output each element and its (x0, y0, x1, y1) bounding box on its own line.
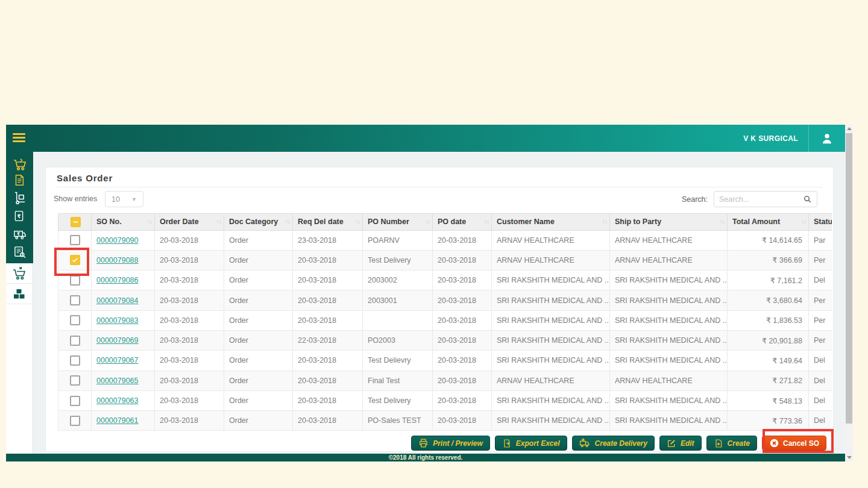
po-date-cell: 20-03-2018 (433, 330, 492, 350)
column-header-status[interactable]: Status↑↓ (809, 214, 832, 231)
user-profile-icon[interactable] (820, 132, 834, 145)
so-number-link[interactable]: 0000079069 (96, 336, 139, 345)
so-number-link[interactable]: 0000079086 (96, 276, 139, 284)
column-header-po_number[interactable]: PO Number↑↓ (363, 214, 433, 231)
so-number-link[interactable]: 0000079090 (96, 236, 139, 245)
hamburger-menu-icon[interactable] (13, 133, 25, 144)
select-all-checkbox[interactable] (71, 217, 81, 227)
sidebar-item-invoice[interactable] (13, 174, 27, 188)
so-number-link[interactable]: 0000079088 (96, 256, 139, 264)
sidebar-item-rupee-document[interactable]: ₹ (13, 210, 27, 224)
sort-icon[interactable]: ↑↓ (147, 218, 152, 225)
sort-icon[interactable]: ↑↓ (602, 218, 607, 225)
doc-category-cell: Order (224, 390, 293, 410)
table-row: 000007906720-03-2018Order20-03-2018Test … (58, 351, 832, 371)
svg-text:₹: ₹ (17, 213, 20, 219)
column-header-total_amount[interactable]: Total Amount↑↓ (728, 214, 809, 231)
scroll-up-arrow[interactable] (845, 125, 853, 133)
customer-name-cell: SRI RAKSHITH MEDICAL AND ... (492, 310, 610, 330)
doc-category-cell: Order (224, 371, 293, 390)
order-date-cell: 20-03-2018 (155, 351, 224, 371)
row-checkbox[interactable] (70, 355, 80, 366)
app-header: V K SURGICAL (6, 125, 845, 152)
column-header-doc_category[interactable]: Doc Category↑↓ (224, 214, 293, 231)
vertical-scrollbar[interactable] (845, 125, 853, 461)
button-label: Print / Preview (433, 439, 483, 448)
status-cell: Del (809, 390, 832, 410)
search-input[interactable]: Search... (714, 191, 817, 207)
sort-icon[interactable]: ↑↓ (355, 218, 360, 225)
annotation-cancel-so-highlight (763, 429, 834, 453)
so-number-link[interactable]: 0000079083 (96, 316, 139, 325)
sort-icon[interactable]: ↑↓ (484, 218, 489, 225)
edit-button[interactable]: Edit (659, 436, 702, 451)
row-checkbox[interactable] (70, 336, 80, 346)
po-number-cell: Test Delievry (363, 351, 433, 371)
export-excel-button[interactable]: Export Excel (495, 436, 567, 451)
sort-icon[interactable]: ↑↓ (425, 218, 430, 225)
ship-to-party-cell: SRI RAKSHITH MEDICAL AND ... (610, 390, 728, 410)
sales-order-table-wrap: SO No.↑↓Order Date↑↓Doc Category↑↓Req De… (58, 213, 832, 431)
row-checkbox[interactable] (70, 275, 80, 286)
column-header-order_date[interactable]: Order Date↑↓ (155, 214, 224, 231)
sidebar-item-rupee-truck[interactable]: ₹ (13, 227, 27, 242)
create-button[interactable]: Create (706, 436, 757, 451)
sort-icon[interactable]: ↑↓ (285, 218, 290, 225)
customer-name-cell: SRI RAKSHITH MEDICAL AND ... (492, 411, 610, 431)
edit-icon (667, 439, 676, 448)
sidebar-item-order-search[interactable] (13, 245, 27, 260)
total-amount-cell: ₹ 271.82 (728, 371, 809, 390)
scroll-down-arrow[interactable] (845, 454, 853, 461)
create-delivery-button[interactable]: Create Delivery (572, 436, 655, 451)
print-preview-button[interactable]: Print / Preview (411, 436, 490, 451)
column-header-ship_to_party[interactable]: Ship to Party↑↓ (610, 214, 728, 231)
po-number-cell: Test Delivery (363, 390, 433, 410)
entries-select[interactable]: 10 ▼ (105, 191, 143, 207)
table-row: 000007908820-03-2018Order20-03-2018Test … (58, 250, 832, 270)
customer-name-cell: ARNAV HEALTHCARE (492, 230, 610, 250)
so-number-cell: 0000079061 (92, 411, 155, 431)
sort-icon[interactable]: ↑↓ (216, 218, 221, 225)
row-checkbox[interactable] (70, 235, 80, 245)
po-number-cell (363, 310, 433, 330)
row-checkbox[interactable] (70, 396, 80, 406)
customer-name-cell: ARNAV HEALTHCARE (492, 250, 610, 270)
doc-category-cell: Order (224, 290, 293, 310)
order-date-cell: 20-03-2018 (155, 250, 224, 270)
po-date-cell: 20-03-2018 (433, 310, 492, 330)
so-number-link[interactable]: 0000079067 (96, 356, 139, 364)
customer-name-cell: SRI RAKSHITH MEDICAL AND ... (492, 290, 610, 310)
entries-value: 10 (112, 195, 120, 204)
sales-order-table: SO No.↑↓Order Date↑↓Doc Category↑↓Req De… (58, 213, 832, 431)
sidebar-item-cart-return[interactable] (6, 263, 33, 284)
button-label: Create Delivery (595, 439, 647, 448)
sort-icon[interactable]: ↑↓ (720, 218, 725, 225)
so-number-link[interactable]: 0000079061 (96, 416, 139, 425)
table-row: 000007909020-03-2018Order23-03-2018POARN… (58, 230, 832, 250)
row-checkbox[interactable] (70, 315, 80, 325)
status-cell: Par (809, 230, 832, 250)
sidebar-item-sales-cart[interactable] (13, 157, 27, 172)
column-header-so_no[interactable]: SO No.↑↓ (92, 214, 155, 231)
status-cell: Per (809, 330, 832, 350)
ship-to-party-cell: SRI RAKSHITH MEDICAL AND ... (610, 330, 728, 350)
so-number-link[interactable]: 0000079084 (96, 296, 139, 305)
sidebar-item-inventory-boxes[interactable] (6, 284, 33, 304)
column-header-po_date[interactable]: PO date↑↓ (433, 214, 492, 231)
column-header-req_del_date[interactable]: Req Del date↑↓ (293, 214, 363, 231)
req-del-date-cell: 22-03-2018 (293, 330, 363, 350)
column-header-customer_name[interactable]: Customer Name↑↓ (492, 214, 610, 231)
row-checkbox[interactable] (70, 295, 80, 305)
sidebar-item-delivery-dolly[interactable] (13, 191, 27, 205)
row-checkbox[interactable] (70, 416, 80, 426)
so-number-link[interactable]: 0000079063 (96, 396, 139, 405)
scrollbar-thumb[interactable] (846, 133, 852, 424)
row-checkbox[interactable] (70, 375, 80, 386)
so-number-link[interactable]: 0000079065 (96, 377, 139, 385)
sort-icon[interactable]: ↑↓ (801, 218, 806, 225)
table-row: 000007908320-03-2018Order20-03-201820-03… (58, 310, 832, 330)
row-checkbox-cell (58, 390, 92, 410)
po-date-cell: 20-03-2018 (433, 230, 492, 250)
table-row: 000007908620-03-2018Order20-03-201820030… (58, 271, 832, 290)
po-number-cell: Final Test (363, 371, 433, 390)
